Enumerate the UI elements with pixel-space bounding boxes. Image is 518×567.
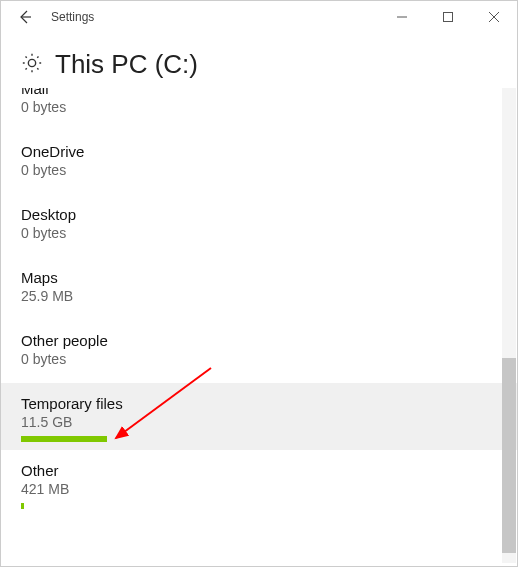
- entry-size: 421 MB: [21, 481, 497, 497]
- entry-label: Maps: [21, 269, 497, 286]
- storage-entry[interactable]: Maps25.9 MB: [21, 257, 497, 320]
- entry-size: 0 bytes: [21, 225, 497, 241]
- storage-entry[interactable]: OneDrive0 bytes: [21, 131, 497, 194]
- entry-size: 0 bytes: [21, 351, 497, 367]
- entry-label: Other people: [21, 332, 497, 349]
- entry-label: Desktop: [21, 206, 497, 223]
- entry-usage-bar: [21, 503, 24, 509]
- window-controls: [379, 1, 517, 33]
- entry-label: Temporary files: [21, 395, 497, 412]
- entry-usage-bar: [21, 436, 107, 442]
- close-button[interactable]: [471, 1, 517, 33]
- minimize-icon: [397, 12, 407, 22]
- storage-entry[interactable]: Other people0 bytes: [21, 320, 497, 383]
- page-header: This PC (C:): [1, 33, 517, 88]
- storage-entry[interactable]: Mail0 bytes: [21, 88, 497, 131]
- storage-entry[interactable]: Desktop0 bytes: [21, 194, 497, 257]
- window-title: Settings: [51, 10, 94, 24]
- entry-label: Other: [21, 462, 497, 479]
- storage-list: Mail0 bytesOneDrive0 bytesDesktop0 bytes…: [1, 88, 517, 525]
- back-button[interactable]: [9, 1, 41, 33]
- maximize-button[interactable]: [425, 1, 471, 33]
- titlebar: Settings: [1, 1, 517, 33]
- storage-entry[interactable]: Other421 MB: [21, 450, 497, 525]
- entry-size: 11.5 GB: [21, 414, 497, 430]
- arrow-left-icon: [17, 9, 33, 25]
- close-icon: [489, 12, 499, 22]
- entry-label: OneDrive: [21, 143, 497, 160]
- scrollbar-thumb[interactable]: [502, 358, 516, 553]
- gear-icon: [21, 52, 43, 78]
- entry-size: 0 bytes: [21, 162, 497, 178]
- svg-rect-0: [444, 13, 453, 22]
- entry-label: Mail: [21, 88, 497, 97]
- page-title: This PC (C:): [55, 49, 198, 80]
- content-area: Mail0 bytesOneDrive0 bytesDesktop0 bytes…: [1, 88, 517, 563]
- entry-size: 0 bytes: [21, 99, 497, 115]
- maximize-icon: [443, 12, 453, 22]
- storage-entry[interactable]: Temporary files11.5 GB: [1, 383, 517, 450]
- minimize-button[interactable]: [379, 1, 425, 33]
- entry-size: 25.9 MB: [21, 288, 497, 304]
